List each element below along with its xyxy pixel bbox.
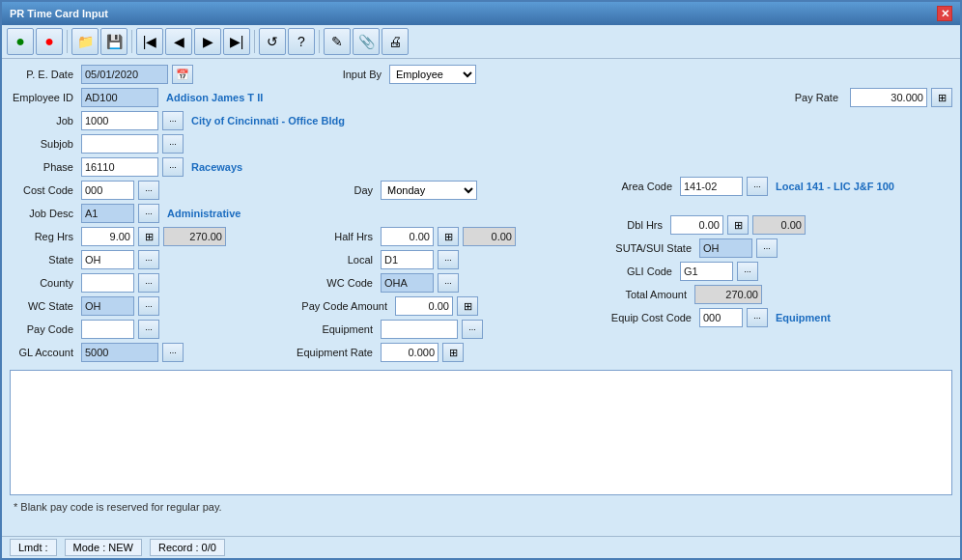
equip-cost-code-dots-button[interactable]: ··· — [747, 308, 768, 327]
help-button[interactable]: ? — [288, 28, 315, 55]
wc-state-input[interactable] — [81, 296, 134, 316]
job-dots-button[interactable]: ··· — [162, 111, 184, 130]
pe-date-calendar-button[interactable]: 📅 — [172, 65, 193, 84]
cost-code-input[interactable] — [81, 181, 134, 200]
county-dots-button[interactable]: ··· — [138, 273, 159, 293]
gli-code-input[interactable] — [680, 262, 733, 281]
job-desc-input[interactable] — [81, 204, 134, 223]
total-amount-input — [694, 285, 762, 304]
reg-hrs-label: Reg Hrs — [10, 231, 77, 242]
dbl-hrs-amount — [752, 215, 806, 235]
equip-cost-code-name: Equipment — [776, 312, 831, 323]
row-phase: Phase ··· Raceways — [10, 157, 952, 177]
half-hrs-calc-button[interactable]: ⊞ — [438, 227, 459, 246]
row-reg-hrs: Reg Hrs ⊞ — [10, 227, 290, 246]
dbl-hrs-calc-button[interactable]: ⊞ — [727, 215, 749, 235]
close-button[interactable]: ✕ — [937, 6, 952, 21]
employee-id-input[interactable] — [81, 88, 158, 107]
row-cost-code: Cost Code ··· — [10, 181, 290, 200]
row-job: Job ··· City of Cincinnati - Office Bldg — [10, 111, 952, 130]
equipment-input[interactable] — [381, 320, 458, 339]
window-title: PR Time Card Input — [10, 8, 108, 19]
row-day: Day Monday Tuesday Wednesday Thursday Fr… — [290, 181, 608, 200]
pay-code-dots-button[interactable]: ··· — [138, 320, 159, 339]
row-employee-id: Employee ID Addison James T II Pay Rate … — [10, 88, 952, 107]
equipment-rate-input[interactable] — [381, 343, 439, 362]
state-label: State — [10, 254, 77, 266]
reg-hrs-calc-button[interactable]: ⊞ — [138, 227, 159, 246]
pe-date-input[interactable] — [81, 65, 168, 84]
state-dots-button[interactable]: ··· — [138, 250, 159, 269]
middle-column: Day Monday Tuesday Wednesday Thursday Fr… — [290, 181, 608, 366]
gli-code-dots-button[interactable]: ··· — [737, 262, 758, 281]
row-wc-state: WC State ··· — [10, 296, 290, 316]
pay-code-amount-label: Pay Code Amount — [290, 300, 391, 312]
gl-account-input[interactable] — [81, 343, 158, 362]
job-input[interactable] — [81, 111, 158, 130]
county-label: County — [10, 277, 77, 289]
edit-button[interactable]: ✎ — [324, 28, 351, 55]
print-button[interactable]: 🖨 — [382, 28, 409, 55]
county-input[interactable] — [81, 273, 134, 293]
suta-input[interactable] — [699, 238, 752, 258]
attach-button[interactable]: 📎 — [353, 28, 380, 55]
equip-cost-code-input[interactable] — [699, 308, 743, 327]
subjob-input[interactable] — [81, 134, 158, 154]
local-dots-button[interactable]: ··· — [438, 250, 459, 269]
next-button[interactable]: ▶ — [194, 28, 221, 55]
toolbar: ● ● 📁 💾 |◀ ◀ ▶ ▶| ↺ ? ✎ 📎 🖨 — [2, 25, 960, 59]
equipment-rate-label: Equipment Rate — [290, 347, 377, 358]
last-button[interactable]: ▶| — [223, 28, 250, 55]
open-button[interactable]: 📁 — [71, 28, 99, 55]
row-area-code: Area Code ··· Local 141 - LIC J&F 100 — [608, 177, 952, 196]
pay-rate-label: Pay Rate — [784, 92, 842, 103]
day-label: Day — [290, 184, 377, 196]
cost-code-dots-button[interactable]: ··· — [138, 181, 159, 200]
gl-account-dots-button[interactable]: ··· — [162, 343, 184, 362]
reg-hrs-amount — [163, 227, 226, 246]
row-pay-code: Pay Code ··· — [10, 320, 290, 339]
phase-input[interactable] — [81, 157, 158, 177]
wc-state-dots-button[interactable]: ··· — [138, 296, 159, 316]
pay-code-input[interactable] — [81, 320, 134, 339]
green-circle-button[interactable]: ● — [7, 28, 34, 55]
red-circle-button[interactable]: ● — [36, 28, 63, 55]
toolbar-sep3 — [254, 30, 255, 53]
area-code-input[interactable] — [680, 177, 743, 196]
row-job-desc: Job Desc ··· Administrative — [10, 204, 290, 223]
mode-status: Mode : NEW — [65, 539, 142, 556]
day-dropdown[interactable]: Monday Tuesday Wednesday Thursday Friday… — [381, 181, 477, 200]
save-button[interactable]: 💾 — [100, 28, 127, 55]
refresh-button[interactable]: ↺ — [259, 28, 286, 55]
notes-area[interactable] — [10, 370, 952, 495]
job-desc-dots-button[interactable]: ··· — [138, 204, 159, 223]
local-input[interactable] — [381, 250, 434, 269]
subjob-dots-button[interactable]: ··· — [162, 134, 184, 154]
lmdt-status: Lmdt : — [10, 539, 57, 556]
form-content: P. E. Date 📅 Input By Employee Employee … — [2, 59, 960, 536]
dbl-hrs-input[interactable] — [670, 215, 723, 235]
phase-dots-button[interactable]: ··· — [162, 157, 184, 177]
pay-code-amount-calc-button[interactable]: ⊞ — [457, 296, 478, 316]
area-code-label: Area Code — [608, 181, 676, 192]
pay-code-amount-input[interactable] — [395, 296, 453, 316]
area-code-dots-button[interactable]: ··· — [747, 177, 768, 196]
wc-code-dots-button[interactable]: ··· — [438, 273, 459, 293]
job-name: City of Cincinnati - Office Bldg — [191, 115, 345, 126]
suta-dots-button[interactable]: ··· — [756, 238, 778, 258]
row-half-hrs: Half Hrs ⊞ — [290, 227, 608, 246]
pay-rate-input[interactable] — [850, 88, 927, 107]
area-code-name: Local 141 - LIC J&F 100 — [776, 181, 894, 192]
pay-rate-calc-button[interactable]: ⊞ — [931, 88, 952, 107]
wc-code-input[interactable] — [381, 273, 434, 293]
toolbar-sep4 — [319, 30, 320, 53]
prev-button[interactable]: ◀ — [165, 28, 192, 55]
state-input[interactable] — [81, 250, 134, 269]
phase-label: Phase — [10, 161, 77, 173]
input-by-dropdown[interactable]: Employee — [389, 65, 476, 84]
first-button[interactable]: |◀ — [136, 28, 163, 55]
reg-hrs-input[interactable] — [81, 227, 134, 246]
equipment-dots-button[interactable]: ··· — [462, 320, 483, 339]
equipment-rate-calc-button[interactable]: ⊞ — [442, 343, 464, 362]
half-hrs-input[interactable] — [381, 227, 434, 246]
